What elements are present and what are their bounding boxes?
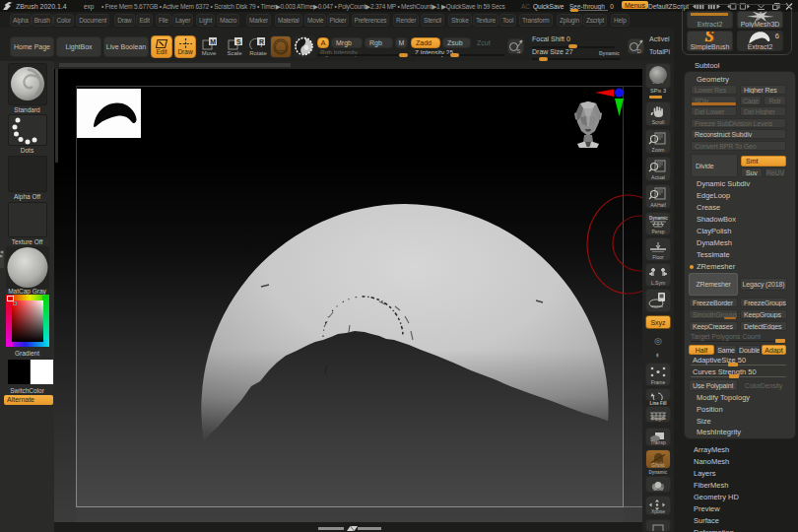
svg-text:R: R (259, 38, 264, 45)
svg-text:D: D (637, 48, 642, 54)
svg-text:Dynamic: Dynamic (649, 216, 668, 221)
svg-text:S: S (236, 38, 241, 45)
svg-text:M: M (210, 38, 216, 45)
svg-text:1024: 1024 (652, 79, 663, 85)
svg-text:S: S (517, 48, 521, 54)
